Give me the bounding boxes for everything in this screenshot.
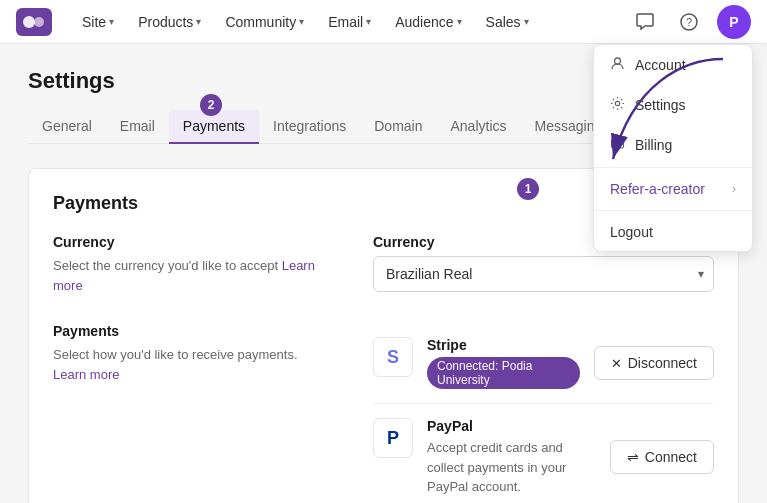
chevron-down-icon: ▾ (196, 16, 201, 27)
svg-point-1 (34, 17, 44, 27)
stripe-icon: S (373, 337, 413, 377)
paypal-info: PayPal Accept credit cards and collect p… (427, 418, 596, 497)
account-dropdown: Account Settings Billing Refer-a-creator… (593, 44, 753, 252)
badge-1: 1 (517, 178, 539, 200)
paypal-name: PayPal (427, 418, 596, 434)
connect-button[interactable]: ⇌ Connect (610, 440, 714, 474)
svg-text:?: ? (686, 16, 692, 28)
disconnect-button[interactable]: ✕ Disconnect (594, 346, 714, 380)
x-icon: ✕ (611, 356, 622, 371)
chat-icon (635, 12, 655, 32)
payments-desc: Select how you'd like to receive payment… (53, 345, 333, 384)
nav-sales[interactable]: Sales ▾ (476, 8, 539, 36)
chat-icon-button[interactable] (629, 6, 661, 38)
nav-audience[interactable]: Audience ▾ (385, 8, 471, 36)
paypal-icon: P (373, 418, 413, 458)
dropdown-billing[interactable]: Billing (594, 125, 752, 165)
gear-icon (610, 96, 625, 114)
stripe-name: Stripe (427, 337, 580, 353)
stripe-status: Connected: Podia University (427, 357, 580, 389)
tab-domain[interactable]: Domain (360, 110, 436, 144)
stripe-provider: S Stripe Connected: Podia University ✕ D… (373, 323, 714, 403)
chevron-down-icon: ▾ (299, 16, 304, 27)
payments-section: Payments Select how you'd like to receiv… (53, 323, 714, 503)
chevron-right-icon: › (732, 182, 736, 196)
stripe-info: Stripe Connected: Podia University (427, 337, 580, 389)
paypal-desc: Accept credit cards and collect payments… (427, 438, 596, 497)
payments-label: Payments (53, 323, 333, 339)
nav-site[interactable]: Site ▾ (72, 8, 124, 36)
nav-email[interactable]: Email ▾ (318, 8, 381, 36)
currency-select[interactable]: Brazilian Real US Dollar Euro British Po… (373, 256, 714, 292)
dropdown-refer[interactable]: Refer-a-creator › (594, 170, 752, 208)
nav-items: Site ▾ Products ▾ Community ▾ Email ▾ Au… (72, 8, 629, 36)
payments-learn-more[interactable]: Learn more (53, 367, 119, 382)
paypal-action: ⇌ Connect (610, 440, 714, 474)
currency-select-wrapper: Brazilian Real US Dollar Euro British Po… (373, 256, 714, 292)
billing-icon (610, 136, 625, 154)
user-avatar-button[interactable]: P (717, 5, 751, 39)
svg-rect-6 (612, 139, 624, 148)
tab-email[interactable]: Email (106, 110, 169, 144)
logo[interactable] (16, 8, 52, 36)
tab-general[interactable]: General (28, 110, 106, 144)
currency-description: Currency Select the currency you'd like … (53, 234, 333, 295)
chevron-down-icon: ▾ (366, 16, 371, 27)
svg-point-0 (23, 16, 35, 28)
connect-icon: ⇌ (627, 449, 639, 465)
tab-integrations[interactable]: Integrations (259, 110, 360, 144)
dropdown-account[interactable]: Account (594, 45, 752, 85)
chevron-down-icon: ▾ (109, 16, 114, 27)
dropdown-divider (594, 167, 752, 168)
currency-desc: Select the currency you'd like to accept… (53, 256, 333, 295)
paypal-provider: P PayPal Accept credit cards and collect… (373, 403, 714, 503)
nav-products[interactable]: Products ▾ (128, 8, 211, 36)
help-icon-button[interactable]: ? (673, 6, 705, 38)
badge-2: 2 (200, 94, 222, 116)
svg-point-5 (615, 101, 619, 105)
chevron-down-icon: ▾ (524, 16, 529, 27)
payments-description: Payments Select how you'd like to receiv… (53, 323, 333, 384)
stripe-action: ✕ Disconnect (594, 346, 714, 380)
svg-point-4 (615, 58, 621, 64)
dropdown-divider-2 (594, 210, 752, 211)
tab-analytics[interactable]: Analytics (437, 110, 521, 144)
currency-label: Currency (53, 234, 333, 250)
dropdown-logout[interactable]: Logout (594, 213, 752, 251)
nav-community[interactable]: Community ▾ (215, 8, 314, 36)
providers-list: S Stripe Connected: Podia University ✕ D… (373, 323, 714, 503)
nav-right: ? P (629, 5, 751, 39)
help-icon: ? (679, 12, 699, 32)
dropdown-settings[interactable]: Settings (594, 85, 752, 125)
chevron-down-icon: ▾ (457, 16, 462, 27)
top-navigation: Site ▾ Products ▾ Community ▾ Email ▾ Au… (0, 0, 767, 44)
logo-mark (16, 8, 52, 36)
user-icon (610, 56, 625, 74)
